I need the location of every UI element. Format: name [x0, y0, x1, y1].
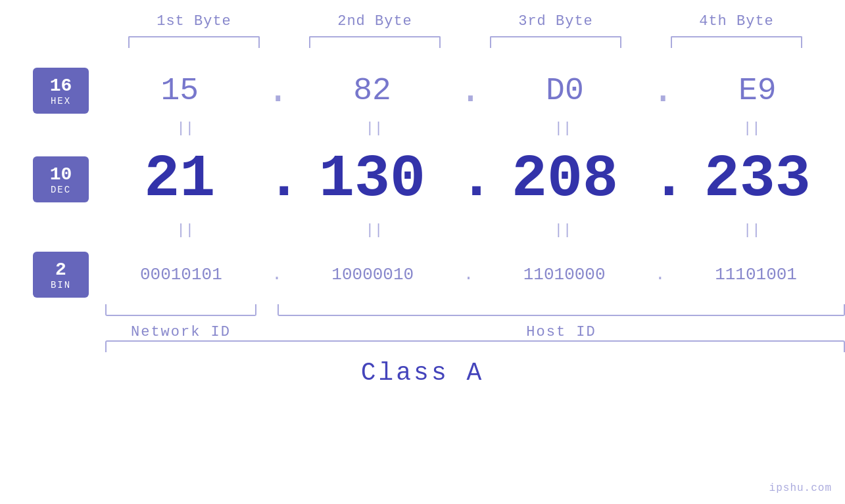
bin-label: BIN: [51, 280, 71, 290]
class-bracket: [105, 340, 845, 352]
bin-val-1: 00010101: [115, 265, 247, 285]
dec-val-1: 21: [114, 146, 245, 213]
byte-label-3: 3rd Byte: [483, 13, 628, 30]
bottom-brackets: [105, 304, 845, 321]
eq-2-4: ||: [676, 222, 827, 239]
dec-dot-3: .: [651, 146, 671, 213]
dec-base-badge: 10 DEC: [33, 156, 89, 202]
bottom-bracket-spacer: [0, 304, 105, 321]
watermark: ipshu.com: [769, 482, 832, 494]
eq-1-1: ||: [110, 120, 261, 137]
bin-number: 2: [55, 260, 66, 280]
byte-label-2: 2nd Byte: [302, 13, 447, 30]
eq-1-2: ||: [299, 120, 450, 137]
dec-number: 10: [50, 164, 72, 185]
eq-1-4: ||: [676, 120, 827, 137]
bin-val-3: 11010000: [498, 265, 630, 285]
eq-row-2: || || || ||: [0, 219, 845, 242]
eq-right-1: || || || ||: [105, 120, 845, 137]
eq-1-3: ||: [487, 120, 639, 137]
bracket-bottom-network: [105, 304, 256, 316]
dec-values: 21 . 130 . 208 . 233: [105, 146, 845, 213]
hex-number: 16: [50, 76, 72, 96]
eq-2-1: ||: [110, 222, 261, 239]
bottom-brackets-area: [0, 304, 845, 321]
bin-base-badge: 2 BIN: [33, 252, 89, 298]
top-brackets: [104, 36, 827, 48]
bin-val-2: 10000010: [307, 265, 439, 285]
class-label: Class A: [0, 359, 845, 387]
eq-2-3: ||: [487, 222, 639, 239]
hex-dot-1: .: [266, 68, 286, 113]
byte-label-1: 1st Byte: [122, 13, 266, 30]
host-id-label: Host ID: [278, 324, 845, 340]
dec-dot-1: .: [266, 146, 286, 213]
class-section: Class A: [0, 340, 845, 387]
bin-dot-3: .: [650, 265, 670, 285]
class-bracket-row: [0, 340, 845, 352]
bin-dot-2: .: [458, 265, 478, 285]
eq-row-1: || || || ||: [0, 117, 845, 140]
eq-right-2: || || || ||: [105, 222, 845, 239]
network-id-label: Network ID: [105, 324, 256, 340]
hex-dot-3: .: [651, 68, 671, 113]
bracket-top-2: [309, 36, 441, 48]
hex-val-4: E9: [692, 73, 823, 108]
dec-label: DEC: [51, 185, 71, 195]
dec-dot-2: .: [458, 146, 478, 213]
bin-val-4: 11101001: [690, 265, 822, 285]
hex-base-badge: 16 HEX: [33, 68, 89, 114]
hex-label: HEX: [51, 96, 71, 106]
bin-values: 00010101 . 10000010 . 11010000 . 1110100…: [105, 265, 845, 285]
hex-val-1: 15: [114, 73, 245, 108]
main-container: 1st Byte 2nd Byte 3rd Byte 4th Byte 16 H…: [0, 0, 845, 504]
bracket-top-1: [128, 36, 260, 48]
byte-labels-row: 1st Byte 2nd Byte 3rd Byte 4th Byte: [104, 13, 827, 30]
bracket-bottom-host: [278, 304, 845, 316]
bin-row: 2 BIN 00010101 . 10000010 . 11010000 . 1…: [0, 248, 845, 301]
hex-values: 15 . 82 . D0 . E9: [105, 68, 845, 113]
dec-row: 10 DEC 21 . 130 . 208 . 233: [0, 140, 845, 219]
bracket-top-3: [490, 36, 621, 48]
hex-val-3: D0: [499, 73, 631, 108]
bracket-top-4: [671, 36, 802, 48]
hex-row: 16 HEX 15 . 82 . D0 . E9: [0, 64, 845, 117]
hex-dot-2: .: [458, 68, 478, 113]
dec-val-2: 130: [306, 146, 438, 213]
dec-val-4: 233: [692, 146, 823, 213]
dec-val-3: 208: [499, 146, 631, 213]
class-bracket-spacer: [0, 340, 105, 352]
eq-2-2: ||: [299, 222, 450, 239]
bin-dot-1: .: [267, 265, 287, 285]
hex-val-2: 82: [306, 73, 438, 108]
byte-label-4: 4th Byte: [664, 13, 809, 30]
